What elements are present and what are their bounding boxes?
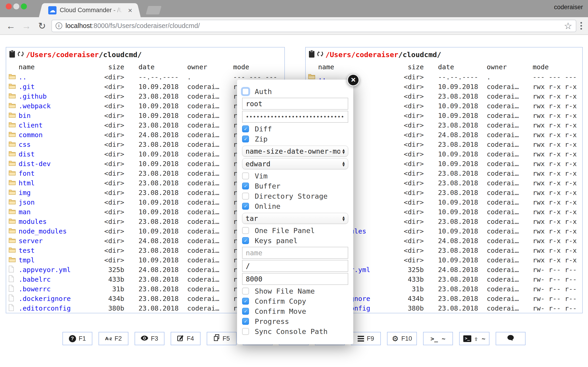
- checkbox-online[interactable]: Online: [242, 201, 348, 211]
- new-tab-button[interactable]: [146, 6, 162, 15]
- url-text[interactable]: localhost:8000/fs/Users/coderaiser/cloud…: [65, 22, 200, 30]
- column-header-mode[interactable]: mode: [233, 63, 283, 71]
- file-name-link[interactable]: bin: [19, 112, 31, 119]
- username-field[interactable]: [242, 98, 348, 110]
- file-name-link[interactable]: node_modules: [19, 227, 67, 235]
- file-name-link[interactable]: man: [19, 208, 31, 216]
- address-bar[interactable]: i localhost:8000/fs/Users/coderaiser/clo…: [52, 20, 576, 32]
- view-f3-button[interactable]: F3: [135, 332, 164, 345]
- file-name-link[interactable]: .git: [19, 83, 35, 91]
- column-header-owner[interactable]: owner: [187, 63, 222, 71]
- browser-tab[interactable]: ☁ Cloud Commander - /Users/co ×: [44, 3, 136, 17]
- browser-menu-icon[interactable]: [580, 22, 582, 30]
- checkbox-box[interactable]: [242, 135, 249, 142]
- checkbox-box[interactable]: [242, 173, 249, 179]
- file-name-link[interactable]: .webpack: [19, 102, 51, 110]
- file-name-link[interactable]: json: [19, 198, 35, 206]
- file-name-link[interactable]: ..: [19, 73, 27, 81]
- packer-select[interactable]: tar ▲▼: [242, 213, 348, 224]
- file-name-link[interactable]: common: [19, 131, 43, 139]
- column-header-owner[interactable]: owner: [487, 63, 521, 71]
- checkbox-one-file-panel[interactable]: One File Panel: [242, 225, 348, 236]
- back-icon[interactable]: ←: [6, 21, 16, 31]
- page-info-icon[interactable]: i: [56, 23, 62, 29]
- checkbox-box[interactable]: [242, 308, 249, 315]
- columns-select[interactable]: name-size-date-owner-mode ▲▼: [242, 146, 348, 157]
- console-button[interactable]: >_ ~: [423, 332, 453, 345]
- password-field[interactable]: [242, 111, 348, 123]
- file-name-link[interactable]: server: [19, 237, 43, 245]
- column-header-size[interactable]: size: [401, 63, 424, 71]
- file-name-link[interactable]: font: [19, 169, 35, 177]
- checkbox-sync-console-path[interactable]: Sync Console Path: [242, 326, 348, 336]
- file-name-link[interactable]: modules: [19, 218, 47, 225]
- checkbox-box[interactable]: [242, 193, 249, 200]
- help-f1-button[interactable]: ? F1: [62, 332, 92, 345]
- file-name-link[interactable]: .github: [19, 92, 47, 100]
- tab-close-icon[interactable]: ×: [128, 7, 132, 14]
- prefix-field[interactable]: [242, 260, 348, 272]
- checkbox-keys-panel[interactable]: Keys panel: [242, 236, 348, 246]
- checkbox-box[interactable]: [242, 288, 249, 294]
- window-zoom-button[interactable]: [21, 3, 27, 9]
- name-template-field[interactable]: [242, 247, 348, 259]
- file-name-link[interactable]: img: [19, 189, 31, 197]
- refresh-icon[interactable]: [17, 50, 24, 59]
- file-name-link[interactable]: dist: [19, 150, 35, 158]
- file-name-link[interactable]: .bowerrc: [19, 285, 51, 293]
- file-name-link[interactable]: css: [19, 141, 31, 148]
- checkbox-box[interactable]: [242, 227, 249, 234]
- clipboard-icon[interactable]: [9, 50, 15, 59]
- checkbox-box[interactable]: [242, 318, 249, 325]
- file-name-link[interactable]: html: [19, 179, 35, 187]
- checkbox-confirm-move[interactable]: Confirm Move: [242, 306, 348, 316]
- checkbox-directory-storage[interactable]: Directory Storage: [242, 191, 348, 201]
- refresh-icon[interactable]: [317, 50, 324, 59]
- port-field[interactable]: [242, 273, 348, 285]
- file-name-link[interactable]: test: [19, 247, 35, 254]
- file-name-link[interactable]: dist-dev: [19, 160, 51, 168]
- column-header-date[interactable]: date: [138, 63, 187, 71]
- file-name-link[interactable]: .editorconfig: [19, 304, 71, 312]
- window-close-button[interactable]: [6, 3, 12, 9]
- bookmark-star-icon[interactable]: ☆: [564, 21, 572, 31]
- column-header-size[interactable]: size: [101, 63, 124, 71]
- edit-f4-button[interactable]: F4: [171, 332, 200, 345]
- checkbox-zip[interactable]: Zip: [242, 134, 348, 144]
- checkbox-auth[interactable]: Auth: [242, 86, 348, 97]
- chat-button[interactable]: [496, 332, 526, 345]
- menu-f9-button[interactable]: F9: [351, 332, 381, 345]
- file-name-link[interactable]: .dockerignore: [19, 295, 71, 302]
- copy-f5-button[interactable]: F5: [207, 332, 237, 345]
- column-header-name[interactable]: name: [19, 63, 101, 71]
- checkbox-box[interactable]: [242, 237, 249, 244]
- dialog-close-button[interactable]: ×: [347, 74, 359, 86]
- checkbox-box[interactable]: [242, 328, 249, 335]
- clipboard-icon[interactable]: [309, 50, 315, 59]
- file-name-link[interactable]: tmpl: [19, 256, 35, 264]
- checkbox-box[interactable]: [242, 203, 249, 210]
- reload-icon[interactable]: ↻: [37, 21, 47, 31]
- checkbox-box[interactable]: [242, 183, 249, 190]
- checkbox-box[interactable]: [242, 298, 249, 305]
- column-header-name[interactable]: name: [318, 63, 401, 71]
- checkbox-show-file-name[interactable]: Show File Name: [242, 286, 348, 296]
- file-name-link[interactable]: .babelrc: [19, 275, 51, 283]
- file-name-link[interactable]: client: [19, 121, 43, 129]
- rename-f2-button[interactable]: A-z F2: [99, 332, 128, 345]
- path-parent-link[interactable]: /Users/coderaiser: [26, 50, 99, 59]
- column-header-mode[interactable]: mode: [533, 63, 580, 71]
- checkbox-box[interactable]: [242, 125, 249, 132]
- checkbox-progress[interactable]: Progress: [242, 316, 348, 326]
- file-name-link[interactable]: .appveyor.yml: [19, 266, 71, 274]
- config-f10-button[interactable]: ⚙ F10: [387, 332, 417, 345]
- window-minimize-button[interactable]: [13, 3, 19, 9]
- terminal-button[interactable]: >_ ⇧ ~: [459, 332, 489, 345]
- checkbox-vim[interactable]: Vim: [242, 171, 348, 181]
- column-header-date[interactable]: date: [438, 63, 487, 71]
- path-parent-link[interactable]: /Users/coderaiser: [326, 50, 398, 59]
- editor-select[interactable]: edward ▲▼: [242, 158, 348, 169]
- checkbox-diff[interactable]: Diff: [242, 124, 348, 134]
- checkbox-buffer[interactable]: Buffer: [242, 181, 348, 191]
- checkbox-confirm-copy[interactable]: Confirm Copy: [242, 296, 348, 306]
